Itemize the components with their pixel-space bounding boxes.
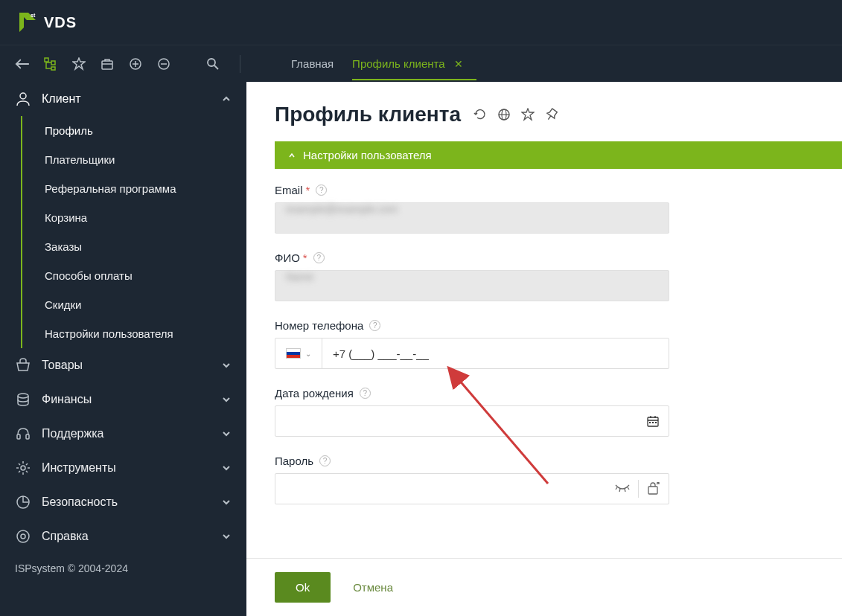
chevron-up-icon xyxy=(221,94,232,104)
svg-rect-10 xyxy=(17,434,20,439)
refresh-icon[interactable] xyxy=(473,107,488,122)
subnav-item-user-settings[interactable]: Настройки пользователя xyxy=(22,319,246,348)
country-flag-select[interactable]: ⌄ xyxy=(275,339,322,368)
star-outline-icon[interactable] xyxy=(520,107,535,122)
sidebar-item-tools[interactable]: Инструменты xyxy=(0,451,246,485)
svg-point-12 xyxy=(21,466,25,470)
phone-input[interactable] xyxy=(322,347,669,360)
email-field[interactable]: example@example.com xyxy=(275,202,669,234)
help-icon[interactable]: ? xyxy=(313,252,325,263)
sidebar-item-finance[interactable]: Финансы xyxy=(0,382,246,417)
sidebar-item-support[interactable]: Поддержка xyxy=(0,417,246,451)
star-icon[interactable] xyxy=(71,57,86,71)
headset-icon xyxy=(15,426,31,442)
sidebar-item-security[interactable]: Безопасность xyxy=(0,485,246,519)
svg-rect-1 xyxy=(45,58,48,62)
svg-rect-2 xyxy=(51,61,55,65)
logo[interactable]: st VDS xyxy=(15,10,77,35)
flag-ru-icon xyxy=(286,348,301,359)
help-icon[interactable]: ? xyxy=(319,455,331,466)
chevron-down-icon: ⌄ xyxy=(305,350,311,358)
pin-icon[interactable] xyxy=(544,107,559,122)
help-icon[interactable]: ? xyxy=(369,320,380,331)
svg-rect-19 xyxy=(649,422,651,423)
subnav-item-payment-methods[interactable]: Способы оплаты xyxy=(22,261,246,290)
sidebar-label-client: Клиент xyxy=(42,92,211,106)
subnav-item-discounts[interactable]: Скидки xyxy=(22,290,246,319)
phone-field-row: ⌄ xyxy=(275,338,669,369)
tree-icon[interactable] xyxy=(43,57,58,71)
subnav-item-orders[interactable]: Заказы xyxy=(22,232,246,261)
chevron-down-icon xyxy=(221,463,232,473)
sidebar-copyright: ISPsystem © 2004-2024 xyxy=(0,554,246,583)
email-label: Email xyxy=(275,184,303,196)
dob-input[interactable] xyxy=(284,415,646,428)
toolbar-separator xyxy=(240,55,240,73)
generate-password-icon[interactable] xyxy=(646,482,660,495)
panel-header[interactable]: Настройки пользователя xyxy=(275,141,842,169)
sidebar-label-tools: Инструменты xyxy=(42,461,211,475)
briefcase-icon[interactable] xyxy=(100,57,115,71)
tab-profile[interactable]: Профиль клиента ✕ xyxy=(352,47,463,80)
svg-rect-4 xyxy=(102,61,112,69)
toolbar: Главная Профиль клиента ✕ xyxy=(0,45,842,82)
svg-point-9 xyxy=(18,394,28,398)
password-input[interactable] xyxy=(284,483,607,495)
subnav-item-payers[interactable]: Плательщики xyxy=(22,145,246,174)
ok-button[interactable]: Ok xyxy=(275,572,331,603)
globe-icon[interactable] xyxy=(497,107,511,122)
separator xyxy=(638,480,639,498)
plus-circle-icon[interactable] xyxy=(128,57,143,71)
minus-circle-icon[interactable] xyxy=(156,57,171,71)
required-mark: * xyxy=(303,251,307,264)
search-icon[interactable] xyxy=(205,57,220,71)
chevron-down-icon xyxy=(221,531,232,542)
dob-field-row xyxy=(275,405,669,437)
panel-title: Настройки пользователя xyxy=(303,149,432,161)
subnav-item-profile[interactable]: Профиль xyxy=(22,116,246,145)
pie-icon xyxy=(15,494,31,510)
sidebar-item-help[interactable]: Справка xyxy=(0,519,246,554)
fio-value-blurred: Name xyxy=(286,271,313,283)
chevron-down-icon xyxy=(221,497,232,507)
phone-label: Номер телефона xyxy=(275,319,363,332)
chevron-down-icon xyxy=(221,429,232,439)
svg-rect-21 xyxy=(655,422,657,423)
tab-profile-label: Профиль клиента xyxy=(352,57,444,70)
fio-field[interactable]: Name xyxy=(275,270,669,301)
panel-collapse-icon xyxy=(288,152,296,159)
logo-text: VDS xyxy=(44,14,77,31)
sidebar-label-help: Справка xyxy=(42,530,211,543)
subnav-client: Профиль Плательщики Реферальная программ… xyxy=(21,116,246,348)
svg-point-8 xyxy=(20,93,26,99)
back-icon[interactable] xyxy=(15,57,30,71)
sidebar-label-goods: Товары xyxy=(42,359,211,372)
subnav-item-cart[interactable]: Корзина xyxy=(22,203,246,232)
main-content: Профиль клиента xyxy=(246,82,842,616)
chevron-down-icon xyxy=(221,360,232,370)
fio-label: ФИО xyxy=(275,251,300,264)
eye-toggle-icon[interactable] xyxy=(614,484,631,494)
subnav-item-referral[interactable]: Реферальная программа xyxy=(22,174,246,203)
help-circle-icon xyxy=(15,528,31,545)
svg-text:st: st xyxy=(31,13,36,18)
help-icon[interactable]: ? xyxy=(360,388,371,399)
help-icon[interactable]: ? xyxy=(316,185,327,196)
svg-rect-22 xyxy=(648,487,657,494)
calendar-icon[interactable] xyxy=(646,414,660,428)
sidebar-item-goods[interactable]: Товары xyxy=(0,348,246,382)
password-field-row xyxy=(275,473,669,504)
svg-point-14 xyxy=(17,530,29,542)
topbar: st VDS xyxy=(0,0,842,45)
tab-main[interactable]: Главная xyxy=(291,47,334,80)
chevron-down-icon xyxy=(221,394,232,405)
email-value-blurred: example@example.com xyxy=(286,203,398,215)
tab-close-icon[interactable]: ✕ xyxy=(454,58,463,70)
dob-label: Дата рождения xyxy=(275,387,354,400)
page-title: Профиль клиента xyxy=(275,103,461,126)
svg-point-15 xyxy=(21,534,25,539)
sidebar-label-security: Безопасность xyxy=(42,495,211,509)
sidebar-item-client[interactable]: Клиент xyxy=(0,82,246,116)
cancel-button[interactable]: Отмена xyxy=(345,572,401,603)
svg-rect-11 xyxy=(26,434,29,439)
